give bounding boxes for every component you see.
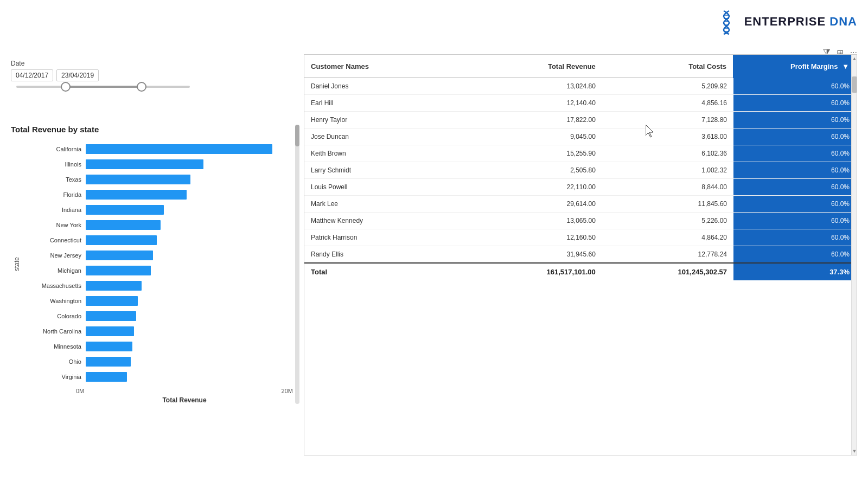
logo-text: ENTERPRISE DNA bbox=[744, 15, 857, 29]
bar-row[interactable]: Virginia bbox=[21, 370, 293, 383]
table-header: Customer Names Total Revenue Total Costs… bbox=[304, 55, 856, 78]
chart-container: state CaliforniaIllinoisTexasFloridaIndi… bbox=[11, 143, 293, 386]
table-row[interactable]: Louis Powell22,110.008,844.0060.0% bbox=[304, 179, 856, 196]
total-label: Total bbox=[304, 263, 462, 280]
bar-row[interactable]: Washington bbox=[21, 294, 293, 307]
slider-thumb-left[interactable] bbox=[61, 82, 71, 92]
bar-row[interactable]: New York bbox=[21, 219, 293, 232]
bar[interactable] bbox=[86, 281, 142, 291]
bar-wrap bbox=[86, 235, 293, 245]
bar[interactable] bbox=[86, 235, 157, 245]
bar[interactable] bbox=[86, 266, 151, 275]
bar-label: Washington bbox=[21, 298, 86, 304]
cell-revenue: 12,140.40 bbox=[462, 95, 602, 112]
cell-customer: Matthew Kennedy bbox=[304, 213, 462, 229]
bar-row[interactable]: Colorado bbox=[21, 310, 293, 323]
bar[interactable] bbox=[86, 251, 153, 260]
data-table: Customer Names Total Revenue Total Costs… bbox=[304, 55, 857, 280]
bar-row[interactable]: Connecticut bbox=[21, 234, 293, 247]
table-row[interactable]: Jose Duncan9,045.003,618.0060.0% bbox=[304, 129, 856, 145]
col-customer[interactable]: Customer Names bbox=[304, 55, 462, 78]
chart-scrollbar[interactable] bbox=[295, 125, 299, 404]
bar-row[interactable]: Michigan bbox=[21, 264, 293, 277]
bar-wrap bbox=[86, 266, 293, 275]
table-row[interactable]: Daniel Jones13,024.805,209.9260.0% bbox=[304, 78, 856, 95]
cell-customer: Keith Brown bbox=[304, 145, 462, 162]
bar-label: California bbox=[21, 146, 86, 152]
start-date[interactable]: 04/12/2017 bbox=[11, 69, 53, 81]
bar-row[interactable]: Indiana bbox=[21, 203, 293, 216]
table-row[interactable]: Matthew Kennedy13,065.005,226.0060.0% bbox=[304, 213, 856, 229]
bar[interactable] bbox=[86, 311, 136, 321]
cell-profit: 60.0% bbox=[733, 179, 856, 196]
bar[interactable] bbox=[86, 190, 187, 200]
bar-row[interactable]: Minnesota bbox=[21, 340, 293, 353]
table-row[interactable]: Mark Lee29,614.0011,845.6060.0% bbox=[304, 196, 856, 213]
table-row[interactable]: Henry Taylor17,822.007,128.8060.0% bbox=[304, 112, 856, 129]
scroll-up-arrow[interactable]: ▲ bbox=[852, 55, 857, 62]
x-axis-min: 0M bbox=[76, 388, 84, 394]
col-costs[interactable]: Total Costs bbox=[602, 55, 733, 78]
cell-costs: 11,845.60 bbox=[602, 196, 733, 213]
cell-profit: 60.0% bbox=[733, 246, 856, 264]
cell-costs: 6,102.36 bbox=[602, 145, 733, 162]
scroll-down-arrow[interactable]: ▼ bbox=[852, 447, 857, 455]
bar-label: Michigan bbox=[21, 267, 86, 274]
chart-inner: CaliforniaIllinoisTexasFloridaIndianaNew… bbox=[21, 143, 293, 386]
scroll-thumb[interactable] bbox=[852, 76, 857, 93]
table-row[interactable]: Keith Brown15,255.906,102.3660.0% bbox=[304, 145, 856, 162]
bar-row[interactable]: New Jersey bbox=[21, 249, 293, 262]
bar-label: Texas bbox=[21, 176, 86, 183]
date-section: Date 04/12/2017 23/04/2019 bbox=[11, 60, 190, 88]
cell-customer: Jose Duncan bbox=[304, 129, 462, 145]
cell-costs: 4,856.16 bbox=[602, 95, 733, 112]
bar-wrap bbox=[86, 296, 293, 306]
bar-row[interactable]: Illinois bbox=[21, 158, 293, 171]
cell-customer: Larry Schmidt bbox=[304, 162, 462, 179]
bar-label: Ohio bbox=[21, 358, 86, 365]
bar[interactable] bbox=[86, 175, 190, 184]
bar-wrap bbox=[86, 326, 293, 336]
bar[interactable] bbox=[86, 159, 203, 169]
bar[interactable] bbox=[86, 144, 272, 154]
bar-row[interactable]: Ohio bbox=[21, 355, 293, 368]
bar-row[interactable]: Texas bbox=[21, 173, 293, 186]
total-profit: 37.3% bbox=[733, 263, 856, 280]
bar[interactable] bbox=[86, 296, 138, 306]
table-wrapper: Customer Names Total Revenue Total Costs… bbox=[304, 55, 857, 455]
bar-label: Minnesota bbox=[21, 343, 86, 350]
table-row[interactable]: Randy Ellis31,945.6012,778.2460.0% bbox=[304, 246, 856, 264]
col-profit[interactable]: Profit Margins ▼ bbox=[733, 55, 856, 78]
bar-row[interactable]: Massachusetts bbox=[21, 279, 293, 292]
bar[interactable] bbox=[86, 372, 127, 382]
bar-label: Indiana bbox=[21, 207, 86, 213]
bar-wrap bbox=[86, 251, 293, 260]
cell-costs: 12,778.24 bbox=[602, 246, 733, 264]
bar[interactable] bbox=[86, 357, 131, 367]
bar[interactable] bbox=[86, 205, 164, 215]
total-costs: 101,245,302.57 bbox=[602, 263, 733, 280]
bar[interactable] bbox=[86, 326, 134, 336]
col-revenue[interactable]: Total Revenue bbox=[462, 55, 602, 78]
bar-row[interactable]: Florida bbox=[21, 188, 293, 201]
table-footer: Total 161,517,101.00 101,245,302.57 37.3… bbox=[304, 263, 856, 280]
table-row[interactable]: Patrick Harrison12,160.504,864.2060.0% bbox=[304, 229, 856, 246]
bar[interactable] bbox=[86, 342, 132, 351]
bar-row[interactable]: California bbox=[21, 143, 293, 156]
cell-profit: 60.0% bbox=[733, 78, 856, 95]
table-scrollbar[interactable]: ▲ ▼ bbox=[851, 55, 857, 455]
bar-wrap bbox=[86, 144, 293, 154]
dna-logo-icon bbox=[713, 8, 740, 35]
bar-label: Connecticut bbox=[21, 237, 86, 243]
end-date[interactable]: 23/04/2019 bbox=[56, 69, 99, 81]
bar-row[interactable]: North Carolina bbox=[21, 325, 293, 338]
total-row: Total 161,517,101.00 101,245,302.57 37.3… bbox=[304, 263, 856, 280]
bar-label: Illinois bbox=[21, 161, 86, 168]
table-row[interactable]: Earl Hill12,140.404,856.1660.0% bbox=[304, 95, 856, 112]
table-row[interactable]: Larry Schmidt2,505.801,002.3260.0% bbox=[304, 162, 856, 179]
bar-label: Florida bbox=[21, 191, 86, 198]
bar-wrap bbox=[86, 311, 293, 321]
bar[interactable] bbox=[86, 220, 161, 230]
slider-thumb-right[interactable] bbox=[137, 82, 146, 92]
cell-costs: 5,226.00 bbox=[602, 213, 733, 229]
